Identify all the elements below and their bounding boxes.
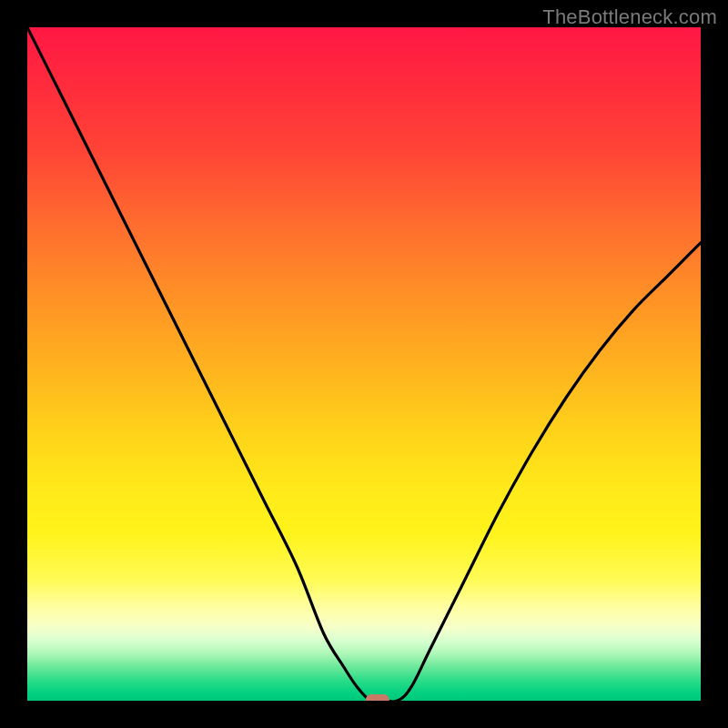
min-marker bbox=[366, 694, 389, 701]
watermark-text: TheBottleneck.com bbox=[542, 5, 717, 29]
chart-stage: TheBottleneck.com bbox=[0, 0, 728, 728]
bottleneck-curve bbox=[27, 27, 701, 701]
curve-layer bbox=[27, 27, 701, 701]
plot-area bbox=[27, 27, 701, 701]
